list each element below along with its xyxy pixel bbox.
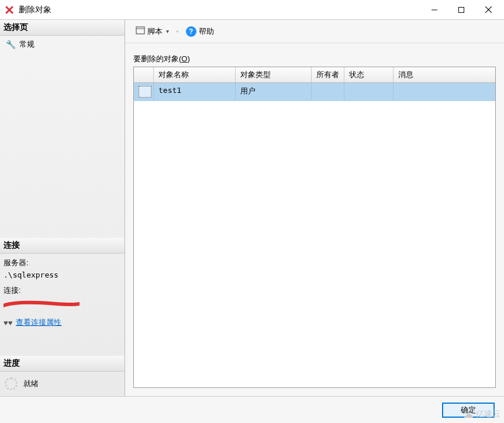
grid-caption-hotkey: O [181, 54, 187, 63]
grid-header-icon[interactable] [134, 67, 154, 82]
progress-status: 就绪 [23, 379, 39, 389]
wrench-icon: 🔧 [6, 40, 16, 49]
cell-name: test1 [154, 83, 236, 100]
cell-status [344, 83, 393, 100]
ok-button[interactable]: 确定 [442, 403, 495, 418]
help-icon: ? [186, 26, 196, 37]
app-icon [5, 5, 14, 15]
table-row[interactable]: test1 用户 [134, 83, 495, 101]
server-label: 服务器: [4, 257, 121, 269]
grid-header-type[interactable]: 对象类型 [236, 67, 312, 82]
window-title: 删除对象 [19, 5, 421, 15]
objects-grid: 对象名称 对象类型 所有者 状态 消息 test1 用户 [133, 67, 496, 388]
minimize-button[interactable] [421, 1, 448, 19]
row-selector[interactable] [134, 83, 154, 100]
select-page-header: 选择页 [0, 20, 125, 36]
svg-rect-6 [136, 27, 144, 34]
grid-header-status[interactable]: 状态 [344, 67, 393, 82]
redacted-stroke [4, 300, 74, 307]
grid-caption: 要删除的对象(O) [133, 54, 496, 64]
view-connection-properties-link[interactable]: 查看连接属性 [16, 317, 61, 328]
cell-message [393, 83, 495, 100]
help-button[interactable]: ? 帮助 [182, 24, 218, 39]
cell-owner [312, 83, 344, 100]
sidebar: 选择页 🔧 常规 连接 服务器: .\sqlexpress 连接: ♥♥ 查看连… [0, 20, 125, 396]
sidebar-item-label: 常规 [19, 39, 34, 50]
grid-caption-suffix: ) [187, 54, 189, 63]
cell-type: 用户 [236, 83, 312, 100]
grid-header-owner[interactable]: 所有者 [312, 67, 344, 82]
script-icon [136, 26, 145, 36]
close-button[interactable] [475, 1, 502, 19]
grid-caption-prefix: 要删除的对象( [133, 54, 181, 63]
grid-header-message[interactable]: 消息 [393, 67, 495, 82]
content-panel: 脚本 ▪ ? 帮助 要删除的对象(O) 对象名称 对象类型 所有者 状态 消息 [125, 20, 504, 396]
progress-header: 进度 [0, 356, 125, 372]
spinner-icon [5, 377, 18, 390]
toolbar-separator: ▪ [176, 27, 179, 36]
connection-header: 连接 [0, 238, 125, 254]
sidebar-item-general[interactable]: 🔧 常规 [0, 36, 125, 53]
script-dropdown[interactable]: 脚本 [132, 24, 172, 39]
grid-header-name[interactable]: 对象名称 [154, 67, 236, 82]
toolbar: 脚本 ▪ ? 帮助 [125, 20, 504, 43]
connection-props-icon: ♥♥ [4, 318, 12, 327]
connection-label: 连接: [4, 285, 121, 297]
server-name: .\sqlexpress [4, 269, 121, 282]
dialog-buttons: 确定 [0, 396, 504, 423]
grid-header: 对象名称 对象类型 所有者 状态 消息 [134, 67, 495, 83]
help-label: 帮助 [199, 26, 214, 37]
svg-rect-3 [459, 7, 464, 12]
script-label: 脚本 [147, 26, 163, 37]
maximize-button[interactable] [448, 1, 475, 19]
